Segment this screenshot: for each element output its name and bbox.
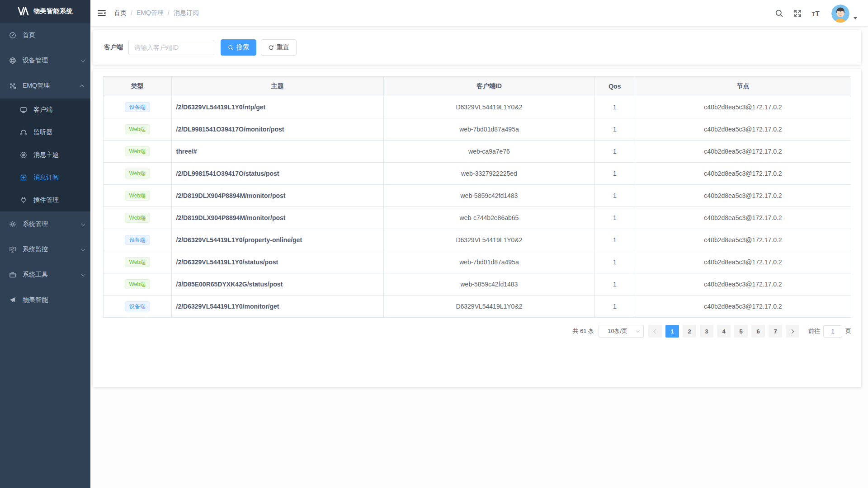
sidebar-item-label: 系统管理 (23, 220, 48, 228)
client-id-cell: web-5859c42fd1483 (384, 273, 594, 296)
svg-text:T: T (815, 9, 820, 17)
app-layout: 物美智能系统 首页设备管理EMQ管理客户端监听器消息主题消息订阅插件管理系统管理… (0, 0, 868, 488)
page-button-4[interactable]: 4 (717, 325, 731, 338)
client-id-cell: web-7bd01d87a495a (384, 118, 594, 141)
table-row-0: 设备端/2/D6329VL54419L1Y0/ntp/getD6329VL544… (104, 96, 851, 118)
table-row-9: 设备端/2/D6329VL54419L1Y0/monitor/getD6329V… (104, 296, 851, 318)
page-button-7[interactable]: 7 (769, 325, 782, 338)
sidebar-subitem-label: 监听器 (33, 128, 52, 136)
topic-cell: /3/D85E00R65DYXK42G/status/post (171, 273, 384, 296)
column-header-0: 类型 (104, 77, 172, 96)
reset-button[interactable]: 重置 (261, 39, 297, 56)
topic-cell: /2/D819DLX904P8894M/monitor/post (171, 185, 384, 207)
page-button-3[interactable]: 3 (700, 325, 713, 338)
node-cell: c40b2d8ea5c3@172.17.0.2 (635, 163, 851, 185)
sidebar-item-label: 首页 (23, 31, 35, 39)
svg-text:T: T (812, 11, 815, 16)
sidebar-menu: 首页设备管理EMQ管理客户端监听器消息主题消息订阅插件管理系统管理系统监控系统工… (0, 23, 90, 488)
node-cell: c40b2d8ea5c3@172.17.0.2 (635, 296, 851, 318)
client-id-input[interactable] (128, 40, 214, 55)
subscriptions-table: 类型主题客户端IDQos节点 设备端/2/D6329VL54419L1Y0/nt… (103, 76, 851, 318)
plugin-icon (20, 197, 27, 204)
breadcrumb-item-0[interactable]: 首页 (114, 9, 127, 17)
node-cell: c40b2d8ea5c3@172.17.0.2 (635, 96, 851, 118)
sidebar-item-0[interactable]: 首页 (0, 23, 90, 48)
page-button-6[interactable]: 6 (751, 325, 765, 338)
goto-page-input[interactable] (823, 325, 842, 338)
search-icon (228, 45, 234, 51)
message-subscribe-icon (20, 174, 27, 181)
page-size-select[interactable]: 10条/页 (599, 325, 644, 338)
next-page-button[interactable] (786, 325, 799, 338)
goto-label: 前往 (808, 327, 820, 335)
client-id-cell: D6329VL54419L1Y0&2 (384, 229, 594, 251)
goto-unit: 页 (845, 327, 851, 335)
breadcrumb: 首页/EMQ管理/消息订阅 (114, 9, 199, 17)
type-cell: Web端 (104, 207, 172, 229)
page-button-5[interactable]: 5 (734, 325, 748, 338)
topic-cell: /2/DL9981541O39417O/status/post (171, 163, 384, 185)
sidebar-subitem-2-3[interactable]: 消息订阅 (0, 166, 90, 189)
search-button[interactable]: 搜索 (221, 39, 256, 56)
sidebar-subitem-2-4[interactable]: 插件管理 (0, 189, 90, 211)
page-button-2[interactable]: 2 (683, 325, 696, 338)
sidebar-subitem-label: 消息订阅 (33, 174, 59, 182)
caret-down-icon (854, 17, 857, 21)
client-id-cell: web-3327922225ed (384, 163, 594, 185)
type-cell: Web端 (104, 251, 172, 273)
type-tag: Web端 (125, 169, 150, 178)
topic-cell: /2/D6329VL54419L1Y0/monitor/get (171, 296, 384, 318)
column-header-2: 客户端ID (384, 77, 594, 96)
node-cell: c40b2d8ea5c3@172.17.0.2 (635, 273, 851, 296)
node-cell: c40b2d8ea5c3@172.17.0.2 (635, 251, 851, 273)
navbar-right-menu: TT (765, 4, 857, 23)
chevron-down-icon (81, 247, 85, 251)
sidebar-item-2[interactable]: EMQ管理 (0, 73, 90, 99)
hamburger-icon[interactable] (97, 9, 106, 18)
subscriptions-panel: 类型主题客户端IDQos节点 设备端/2/D6329VL54419L1Y0/nt… (93, 69, 861, 387)
prev-page-button[interactable] (648, 325, 662, 338)
sidebar-item-5[interactable]: 系统工具 (0, 262, 90, 287)
page-size-value: 10条/页 (608, 327, 627, 335)
gear-icon (9, 221, 16, 228)
table-row-6: 设备端/2/D6329VL54419L1Y0/property-online/g… (104, 229, 851, 251)
search-panel: 客户端 搜索 (93, 30, 861, 65)
pager: 1234567 (646, 325, 801, 338)
sidebar-subitem-2-2[interactable]: 消息主题 (0, 144, 90, 166)
sidebar-subitem-2-0[interactable]: 客户端 (0, 99, 90, 121)
monitor-chart-icon (9, 246, 16, 253)
page-button-1[interactable]: 1 (665, 325, 679, 338)
node-cell: c40b2d8ea5c3@172.17.0.2 (635, 185, 851, 207)
search-button-label: 搜索 (236, 43, 249, 52)
table-row-8: Web端/3/D85E00R65DYXK42G/status/postweb-5… (104, 273, 851, 296)
total-count: 共 61 条 (572, 327, 594, 335)
qos-cell: 1 (594, 207, 635, 229)
sidebar-item-3[interactable]: 系统管理 (0, 211, 90, 237)
client-id-cell: D6329VL54419L1Y0&2 (384, 96, 594, 118)
type-tag: Web端 (125, 257, 150, 267)
sidebar-item-4[interactable]: 系统监控 (0, 237, 90, 262)
sidebar-subitem-2-1[interactable]: 监听器 (0, 121, 90, 144)
submenu: 客户端监听器消息主题消息订阅插件管理 (0, 99, 90, 211)
client-id-cell: web-c744b2e86ab65 (384, 207, 594, 229)
table-row-7: Web端/2/D6329VL54419L1Y0/status/postweb-7… (104, 251, 851, 273)
chevron-right-icon (790, 329, 794, 333)
qos-cell: 1 (594, 251, 635, 273)
column-header-4: 节点 (635, 77, 851, 96)
client-id-cell: web-ca9a7e76 (384, 141, 594, 163)
sidebar-item-1[interactable]: 设备管理 (0, 48, 90, 73)
sidebar-item-6[interactable]: 物美智能 (0, 287, 90, 313)
sidebar-subitem-label: 插件管理 (33, 196, 59, 204)
node-cell: c40b2d8ea5c3@172.17.0.2 (635, 229, 851, 251)
search-icon[interactable] (775, 9, 783, 18)
font-size-icon[interactable]: TT (812, 9, 821, 18)
breadcrumb-separator: / (168, 9, 170, 17)
chevron-left-icon (654, 329, 658, 333)
sidebar-item-label: EMQ管理 (23, 82, 50, 90)
type-cell: 设备端 (104, 229, 172, 251)
fullscreen-icon[interactable] (793, 9, 802, 18)
qos-cell: 1 (594, 273, 635, 296)
column-header-3: Qos (594, 77, 635, 96)
type-tag: Web端 (125, 279, 150, 289)
user-menu[interactable] (831, 4, 857, 23)
